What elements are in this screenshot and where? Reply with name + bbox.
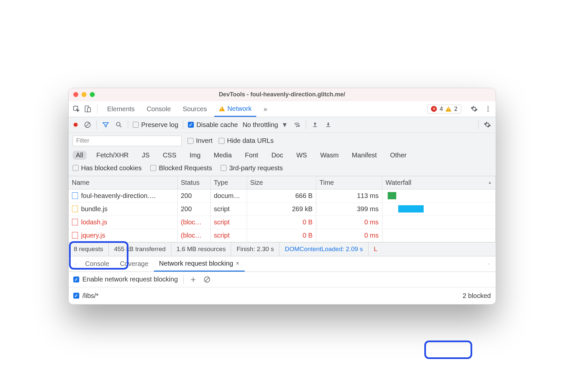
svg-point-10 — [297, 126, 298, 127]
network-conditions-icon[interactable] — [293, 120, 301, 129]
col-type[interactable]: Type — [211, 176, 247, 189]
close-tab-icon[interactable]: × — [236, 260, 239, 267]
disable-cache-checkbox[interactable]: Disable cache — [188, 121, 238, 129]
window-title: DevTools - foul-heavenly-direction.glitc… — [69, 91, 496, 98]
summary-dcl: DOMContentLoaded: 2.09 s — [279, 243, 369, 256]
col-status[interactable]: Status — [178, 176, 211, 189]
resource-type-filter: All Fetch/XHR JS CSS Img Media Font Doc … — [69, 149, 496, 162]
clear-patterns-icon[interactable] — [203, 275, 211, 284]
drawer-tab-bar: Console Coverage Network request blockin… — [69, 256, 496, 272]
type-js[interactable]: JS — [139, 151, 153, 160]
summary-transferred: 455 kB transferred — [109, 243, 171, 256]
clear-icon[interactable] — [83, 120, 92, 129]
warning-icon — [219, 106, 225, 111]
invert-checkbox[interactable]: Invert — [188, 137, 213, 145]
table-row[interactable]: jquery.js(bloc…script0 B0 ms — [69, 229, 496, 242]
drawer-tab-blocking[interactable]: Network request blocking × — [154, 256, 245, 272]
device-toggle-icon[interactable] — [83, 105, 92, 113]
drawer-tab-coverage[interactable]: Coverage — [115, 256, 154, 272]
blocked-requests-checkbox[interactable]: Blocked Requests — [150, 164, 212, 172]
file-icon — [72, 232, 78, 239]
pattern-text: /libs/* — [83, 292, 99, 300]
col-size[interactable]: Size — [247, 176, 316, 189]
extra-filters: Has blocked cookies Blocked Requests 3rd… — [69, 162, 496, 176]
svg-point-14 — [75, 264, 76, 265]
tabs-overflow[interactable]: » — [259, 101, 272, 117]
type-img[interactable]: Img — [186, 151, 204, 160]
warning-count: 2 — [454, 106, 457, 113]
type-fetchxhr[interactable]: Fetch/XHR — [93, 151, 132, 160]
chevron-down-icon: ▼ — [281, 121, 288, 129]
type-manifest[interactable]: Manifest — [349, 151, 380, 160]
summary-bar: 8 requests 455 kB transferred 1.6 MB res… — [69, 242, 496, 256]
type-media[interactable]: Media — [210, 151, 235, 160]
filter-input[interactable]: Filter — [73, 136, 182, 146]
svg-rect-2 — [88, 108, 90, 112]
pattern-checkbox[interactable] — [73, 293, 79, 299]
type-doc[interactable]: Doc — [268, 151, 287, 160]
svg-point-11 — [298, 125, 300, 126]
summary-requests: 8 requests — [69, 243, 109, 256]
network-toolbar: Preserve log Disable cache No throttling… — [69, 117, 496, 133]
tab-elements[interactable]: Elements — [103, 101, 139, 117]
table-header: Name Status Type Size Time Waterfall — [69, 176, 496, 189]
request-table: Name Status Type Size Time Waterfall fou… — [69, 176, 496, 242]
col-name[interactable]: Name — [69, 176, 178, 189]
annotation-highlight — [424, 341, 472, 359]
close-drawer-icon[interactable] — [484, 260, 493, 268]
add-pattern-icon[interactable]: ＋ — [189, 275, 197, 284]
svg-point-5 — [487, 111, 489, 112]
download-har-icon[interactable] — [324, 120, 333, 129]
blocking-pattern-row[interactable]: /libs/* 2 blocked — [69, 287, 496, 304]
error-count: 4 — [440, 106, 443, 113]
col-waterfall[interactable]: Waterfall — [382, 176, 496, 189]
filter-icon[interactable] — [101, 120, 110, 129]
preserve-log-checkbox[interactable]: Preserve log — [133, 121, 178, 129]
type-all[interactable]: All — [73, 151, 87, 160]
type-font[interactable]: Font — [242, 151, 262, 160]
type-css[interactable]: CSS — [159, 151, 180, 160]
titlebar: DevTools - foul-heavenly-direction.glitc… — [69, 88, 496, 101]
type-wasm[interactable]: Wasm — [317, 151, 342, 160]
upload-har-icon[interactable] — [311, 120, 319, 129]
drawer-tab-console[interactable]: Console — [80, 256, 115, 272]
type-other[interactable]: Other — [387, 151, 410, 160]
error-icon: × — [431, 106, 437, 112]
issue-counter[interactable]: × 4 2 — [427, 105, 461, 114]
search-icon[interactable] — [115, 120, 123, 129]
gear-icon[interactable] — [483, 120, 492, 129]
file-icon — [72, 192, 78, 199]
file-icon — [72, 219, 78, 225]
kebab-menu-icon[interactable] — [484, 105, 492, 113]
enable-blocking-checkbox[interactable]: Enable network request blocking — [73, 276, 178, 283]
tab-network[interactable]: Network — [214, 101, 256, 117]
blocked-cookies-checkbox[interactable]: Has blocked cookies — [73, 164, 142, 172]
svg-point-4 — [487, 108, 489, 110]
col-time[interactable]: Time — [316, 176, 382, 189]
tab-sources[interactable]: Sources — [178, 101, 211, 117]
throttling-select[interactable]: No throttling ▼ — [242, 121, 288, 129]
summary-load: L — [369, 243, 383, 256]
record-button[interactable] — [73, 122, 79, 128]
kebab-menu-icon[interactable] — [71, 260, 80, 268]
type-ws[interactable]: WS — [293, 151, 310, 160]
svg-line-7 — [85, 123, 89, 127]
table-row[interactable]: lodash.js(bloc…script0 B0 ms — [69, 216, 496, 229]
table-row[interactable]: foul-heavenly-direction.…200docum…666 B1… — [69, 189, 496, 203]
blocked-count: 2 blocked — [463, 292, 491, 300]
inspect-icon[interactable] — [72, 105, 81, 113]
svg-point-13 — [75, 264, 76, 264]
svg-line-9 — [120, 125, 121, 127]
tab-console[interactable]: Console — [142, 101, 175, 117]
table-row[interactable]: bundle.js200script269 kB399 ms — [69, 203, 496, 216]
svg-point-3 — [487, 106, 489, 108]
third-party-checkbox[interactable]: 3rd-party requests — [221, 164, 283, 172]
svg-point-12 — [75, 263, 76, 263]
filter-bar: Filter Invert Hide data URLs — [69, 133, 496, 149]
file-icon — [72, 206, 78, 212]
blocking-controls: Enable network request blocking ＋ — [69, 272, 496, 287]
svg-line-18 — [205, 277, 209, 281]
gear-icon[interactable] — [470, 105, 478, 113]
hide-data-urls-checkbox[interactable]: Hide data URLs — [219, 137, 274, 145]
warning-icon — [445, 106, 451, 112]
